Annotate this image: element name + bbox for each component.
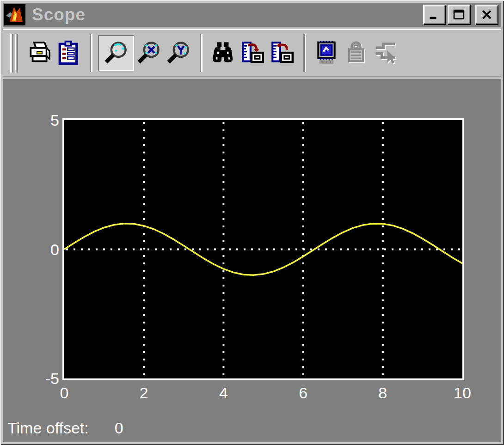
print-button[interactable] xyxy=(24,35,54,71)
lock-axes-button xyxy=(341,35,371,71)
zoom-y-button[interactable] xyxy=(164,35,193,71)
y-tick-label: 5 xyxy=(27,111,59,129)
restore-axes-button[interactable] xyxy=(267,35,297,71)
floating-scope-icon xyxy=(313,40,340,67)
x-tick-label: 10 xyxy=(442,384,483,402)
parameters-icon xyxy=(55,40,82,67)
toolbar-grip-handle[interactable] xyxy=(10,34,19,73)
x-tick-label: 6 xyxy=(283,384,324,402)
x-tick-label: 2 xyxy=(123,384,165,402)
scope-window: Scope xyxy=(0,0,504,445)
plot-canvas[interactable] xyxy=(64,120,462,378)
x-tick-label: 4 xyxy=(203,384,244,402)
save-axes-button[interactable] xyxy=(238,35,267,71)
window-controls xyxy=(423,5,498,25)
main-area: 024681050-5 Time offset:0 xyxy=(3,78,501,442)
signal-selection-icon xyxy=(372,40,399,67)
time-offset-value: 0 xyxy=(115,419,123,437)
y-tick-label: -5 xyxy=(27,370,59,387)
autoscale-button[interactable] xyxy=(208,35,238,71)
close-icon xyxy=(480,9,494,21)
zoom-x-icon xyxy=(135,40,162,67)
zoom-icon xyxy=(103,40,129,67)
y-tick-label: 0 xyxy=(27,241,59,258)
time-offset-status: Time offset:0 xyxy=(7,419,123,437)
time-offset-label: Time offset: xyxy=(7,419,89,437)
x-tick-label: 8 xyxy=(362,384,404,402)
close-button[interactable] xyxy=(475,5,498,25)
minimize-button[interactable] xyxy=(423,5,446,25)
save-axes-icon xyxy=(239,40,266,67)
maximize-button[interactable] xyxy=(448,5,471,25)
toolbar-separator xyxy=(90,34,92,72)
zoom-x-button[interactable] xyxy=(134,35,164,71)
minimize-icon xyxy=(428,9,442,21)
maximize-icon xyxy=(452,9,466,21)
window-title: Scope xyxy=(32,5,86,24)
signal-selection-button xyxy=(371,35,400,71)
toolbar-separator xyxy=(200,34,203,72)
parameters-button[interactable] xyxy=(54,35,83,71)
binoculars-icon xyxy=(209,40,236,67)
toolbar-separator xyxy=(303,34,306,72)
titlebar[interactable]: Scope xyxy=(3,3,501,27)
matlab-logo-icon xyxy=(4,4,25,25)
floating-scope-button[interactable] xyxy=(312,35,341,71)
toolbar xyxy=(3,29,501,77)
restore-axes-icon xyxy=(269,40,295,67)
zoom-button[interactable] xyxy=(98,35,134,71)
zoom-y-icon xyxy=(165,40,192,67)
lock-icon xyxy=(343,40,369,67)
plot-frame xyxy=(62,118,464,380)
printer-icon xyxy=(25,40,52,67)
